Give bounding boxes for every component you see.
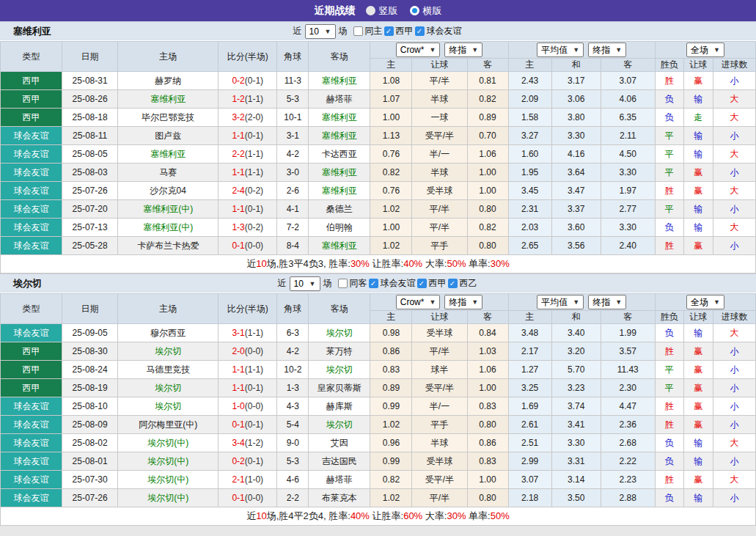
avg-away-odds-cell: 2.40 xyxy=(601,237,655,255)
subcol-goals: 进球数 xyxy=(713,59,755,72)
chevron-down-icon: ▼ xyxy=(713,298,720,306)
home-team-cell: 埃尔切(中) xyxy=(118,452,219,471)
filter-checkbox[interactable]: ✓西甲 xyxy=(417,277,447,290)
goals-result-cell: 小 xyxy=(713,416,755,434)
type-cell: 球会友谊 xyxy=(1,219,62,237)
goals-result-cell: 小 xyxy=(713,127,755,145)
crow-home-odds-cell: 1.00 xyxy=(370,109,412,127)
layout-radio[interactable]: 竖版 xyxy=(366,4,398,18)
date-cell: 25-08-18 xyxy=(62,109,118,127)
recent-count-select[interactable]: 10 ▼ xyxy=(290,276,320,291)
away-team-cell: 埃尔切 xyxy=(309,361,370,379)
filter-checkbox[interactable]: ✓球会友谊 xyxy=(415,25,462,37)
corner-cell: 7-2 xyxy=(277,219,309,237)
type-cell: 西甲 xyxy=(1,109,62,127)
chevron-down-icon: ▼ xyxy=(309,280,316,287)
summary-segment: 50% xyxy=(491,510,510,521)
layout-radio[interactable]: 横版 xyxy=(410,4,442,18)
final-odds-select-2[interactable]: 终指▼ xyxy=(588,43,626,57)
away-team-cell: 塞维利亚 xyxy=(309,127,370,145)
corner-cell: 4-2 xyxy=(277,342,309,361)
subcol-odds-away: 客 xyxy=(467,311,508,324)
crow-away-odds-cell: 0.83 xyxy=(467,397,508,416)
chevron-down-icon: ▼ xyxy=(471,46,478,54)
final-odds-select-2[interactable]: 终指▼ xyxy=(588,295,626,309)
filter-checkbox[interactable]: 同主 xyxy=(353,25,383,37)
col-header-score: 比分(半场) xyxy=(219,294,277,324)
crow-home-odds-cell: 0.82 xyxy=(370,471,412,489)
final-odds-select[interactable]: 终指▼ xyxy=(444,295,482,309)
result-cell: 胜 xyxy=(655,72,683,90)
page-bottom-strip xyxy=(0,526,756,529)
handicap-cell: 平/半 xyxy=(412,489,467,507)
crow-select[interactable]: Crow*▼ xyxy=(396,43,441,57)
filter-checkbox[interactable]: ✓西甲 xyxy=(384,25,414,37)
score-cell: 2-4(0-2) xyxy=(219,182,277,200)
crow-home-odds-cell: 0.99 xyxy=(370,452,412,471)
avg-home-odds-cell: 2.43 xyxy=(508,72,551,90)
col-header-home: 主场 xyxy=(118,294,219,324)
handicap-result-cell: 赢 xyxy=(683,416,713,434)
avg-draw-odds-cell: 3.50 xyxy=(551,489,601,507)
average-select[interactable]: 平均值▼ xyxy=(537,295,584,309)
match-row: 球会友谊25-08-11图卢兹1-1(0-1)3-1塞维利亚1.13受平/半0.… xyxy=(1,127,756,145)
average-odds-group-header: 平均值▼ 终指▼ xyxy=(508,294,655,311)
home-team-cell: 埃尔切(中) xyxy=(118,489,219,507)
home-team-cell: 马德里竞技 xyxy=(118,361,219,379)
full-match-select[interactable]: 全场▼ xyxy=(686,43,724,57)
crow-select[interactable]: Crow*▼ xyxy=(396,295,441,309)
handicap-result-cell: 赢 xyxy=(683,471,713,489)
handicap-result-cell: 输 xyxy=(683,90,713,109)
avg-home-odds-cell: 2.65 xyxy=(508,237,551,255)
recent-count-select[interactable]: 10 ▼ xyxy=(305,24,336,39)
final-odds-select[interactable]: 终指▼ xyxy=(444,43,482,57)
radio-label: 横版 xyxy=(423,4,442,18)
type-cell: 球会友谊 xyxy=(1,237,62,255)
result-cell: 负 xyxy=(655,434,683,452)
corner-cell: 5-3 xyxy=(277,452,309,471)
full-match-select[interactable]: 全场▼ xyxy=(686,295,724,309)
crow-home-odds-cell: 0.76 xyxy=(370,145,412,164)
corner-cell: 2-6 xyxy=(277,182,309,200)
type-cell: 西甲 xyxy=(1,72,62,90)
avg-draw-odds-cell: 3.23 xyxy=(551,379,601,397)
subcol-handicap-result: 让球 xyxy=(683,59,713,72)
date-cell: 25-08-10 xyxy=(62,397,118,416)
checkbox-checked-icon: ✓ xyxy=(369,279,378,288)
result-cell: 胜 xyxy=(655,237,683,255)
crow-home-odds-cell: 1.02 xyxy=(370,416,412,434)
away-team-cell: 赫塔菲 xyxy=(309,471,370,489)
type-cell: 球会友谊 xyxy=(1,200,62,219)
subcol-avg-away: 客 xyxy=(601,311,655,324)
chevron-down-icon: ▼ xyxy=(325,28,331,35)
handicap-cell: 半/一 xyxy=(412,145,467,164)
filter-checkbox[interactable]: ✓球会友谊 xyxy=(369,277,416,290)
filter-checkbox[interactable]: ✓西乙 xyxy=(448,277,477,290)
avg-home-odds-cell: 2.61 xyxy=(508,416,551,434)
result-cell: 胜 xyxy=(655,397,683,416)
average-select[interactable]: 平均值▼ xyxy=(537,43,584,57)
corner-cell: 10-1 xyxy=(277,109,309,127)
date-cell: 25-08-02 xyxy=(62,434,118,452)
type-cell: 球会友谊 xyxy=(1,471,62,489)
avg-home-odds-cell: 3.48 xyxy=(508,324,551,342)
filter-checkbox[interactable]: 同客 xyxy=(338,277,367,290)
home-team-cell: 阿尔梅里亚(中) xyxy=(118,416,219,434)
checkbox-checked-icon: ✓ xyxy=(415,26,425,36)
crow-away-odds-cell: 1.00 xyxy=(467,164,508,182)
subcol-avg-home: 主 xyxy=(508,59,551,72)
crow-away-odds-cell: 1.00 xyxy=(467,182,508,200)
avg-home-odds-cell: 2.51 xyxy=(508,434,551,452)
handicap-cell: 平/半 xyxy=(412,342,467,361)
match-row: 西甲25-08-30埃尔切2-0(0-0)4-2莱万特0.86平/半1.032.… xyxy=(1,342,756,361)
home-team-cell: 卡萨布兰卡热爱 xyxy=(118,237,219,255)
date-cell: 25-08-26 xyxy=(62,90,118,109)
full-match-group-header: 全场▼ xyxy=(655,294,755,311)
away-team-cell: 塞维利亚 xyxy=(309,109,370,127)
home-team-cell: 埃尔切 xyxy=(118,342,219,361)
away-team-cell: 布莱克本 xyxy=(309,489,370,507)
home-team-cell: 赫罗纳 xyxy=(118,72,219,90)
summary-segment: 大率: xyxy=(422,510,447,521)
result-cell: 胜 xyxy=(655,342,683,361)
crow-select-value: Crow* xyxy=(400,45,425,55)
